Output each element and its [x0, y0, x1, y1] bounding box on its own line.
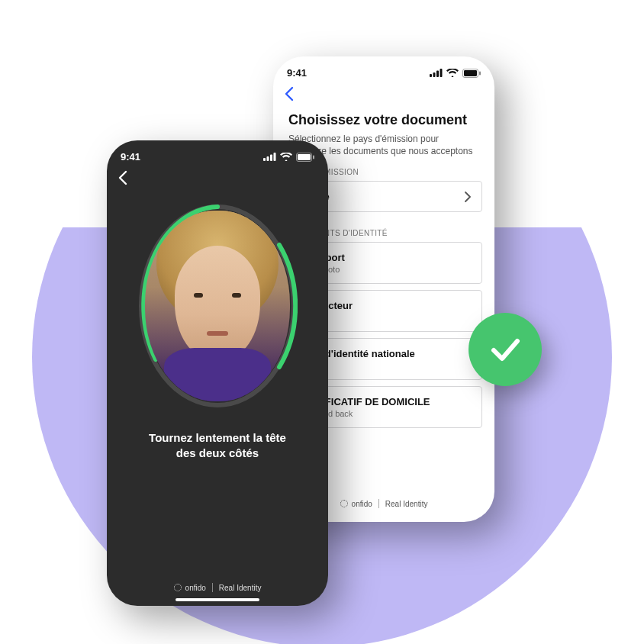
face-capture-frame — [145, 211, 290, 401]
status-icons — [430, 69, 481, 78]
svg-rect-12 — [298, 154, 311, 160]
brand-name: onfido — [352, 500, 372, 508]
success-badge — [469, 313, 542, 386]
chevron-left-icon — [118, 170, 128, 185]
signal-icon — [430, 69, 443, 77]
wifi-icon — [446, 69, 459, 77]
brand-tagline: Real Identity — [219, 584, 262, 592]
page-title: Choisissez votre document — [288, 112, 479, 128]
chevron-left-icon — [284, 86, 295, 101]
face-preview — [145, 211, 290, 401]
svg-rect-13 — [313, 155, 314, 159]
brand-logo: onfido — [174, 584, 206, 592]
status-icons — [263, 153, 314, 162]
home-indicator — [175, 598, 259, 601]
brand-footer: onfido Real Identity — [107, 583, 328, 592]
back-button[interactable] — [118, 175, 128, 188]
svg-rect-3 — [440, 69, 443, 77]
status-bar: 9:41 — [273, 56, 494, 82]
battery-icon — [296, 153, 314, 162]
brand-tagline: Real Identity — [385, 500, 428, 508]
instruction-line-1: Tournez lentement la tête — [125, 430, 310, 446]
status-time: 9:41 — [287, 67, 307, 79]
svg-rect-2 — [436, 71, 439, 78]
back-button[interactable] — [284, 91, 295, 104]
svg-rect-6 — [479, 71, 481, 75]
brand-divider — [378, 499, 379, 508]
status-time: 9:41 — [121, 151, 140, 163]
battery-icon — [462, 69, 481, 78]
status-bar: 9:41 — [107, 140, 328, 166]
svg-rect-9 — [270, 155, 272, 162]
brand-mark-icon — [174, 584, 182, 591]
svg-rect-7 — [263, 158, 266, 161]
check-icon — [486, 330, 524, 369]
brand-name: onfido — [185, 584, 206, 592]
phone-face-capture: 9:41 — [107, 140, 328, 606]
instruction-line-2: des deux côtés — [125, 446, 310, 461]
chevron-right-icon — [465, 192, 471, 202]
brand-mark-icon — [340, 500, 348, 507]
capture-instruction: Tournez lentement la tête des deux côtés — [107, 430, 328, 462]
svg-rect-8 — [267, 156, 269, 161]
svg-rect-1 — [433, 72, 436, 77]
svg-rect-5 — [464, 70, 477, 76]
svg-rect-10 — [274, 153, 276, 161]
brand-divider — [212, 583, 213, 592]
svg-rect-0 — [430, 74, 432, 77]
wifi-icon — [280, 153, 292, 161]
brand-logo: onfido — [340, 500, 372, 508]
signal-icon — [263, 153, 276, 161]
